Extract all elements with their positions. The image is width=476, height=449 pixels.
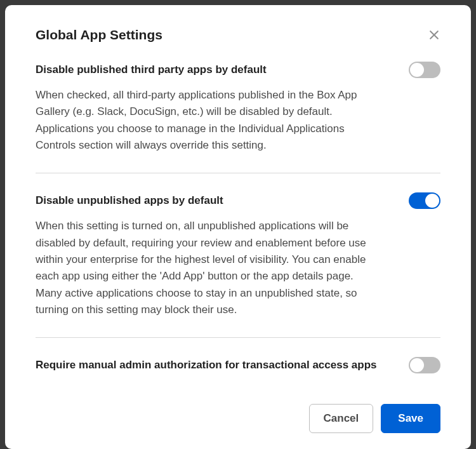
setting-description: When checked, all third-party applicatio… [36, 87, 372, 154]
save-button[interactable]: Save [381, 404, 440, 433]
setting-title: Require manual admin authorization for t… [36, 358, 377, 372]
divider [36, 337, 440, 338]
button-row: Cancel Save [36, 404, 440, 433]
modal-title: Global App Settings [36, 27, 162, 43]
setting-disable-unpublished: Disable unpublished apps by default When… [36, 192, 440, 337]
toggle-knob [425, 194, 439, 208]
toggle-knob [410, 63, 424, 77]
global-app-settings-modal: Global App Settings Disable published th… [5, 5, 471, 449]
setting-disable-published: Disable published third party apps by de… [36, 62, 440, 173]
setting-description: When this setting is turned on, all unpu… [36, 218, 372, 318]
divider [36, 173, 440, 173]
setting-title: Disable published third party apps by de… [36, 63, 267, 77]
setting-header-row: Require manual admin authorization for t… [36, 357, 440, 373]
cancel-button[interactable]: Cancel [309, 404, 374, 433]
close-icon[interactable] [428, 29, 440, 41]
toggle-disable-published[interactable] [409, 62, 440, 78]
toggle-disable-unpublished[interactable] [409, 192, 440, 209]
setting-header-row: Disable unpublished apps by default [36, 192, 440, 209]
setting-require-manual-auth: Require manual admin authorization for t… [36, 357, 440, 392]
toggle-knob [410, 358, 424, 372]
toggle-require-manual-auth[interactable] [409, 357, 440, 373]
modal-header: Global App Settings [36, 27, 440, 43]
setting-header-row: Disable published third party apps by de… [36, 62, 440, 78]
setting-title: Disable unpublished apps by default [36, 194, 223, 208]
